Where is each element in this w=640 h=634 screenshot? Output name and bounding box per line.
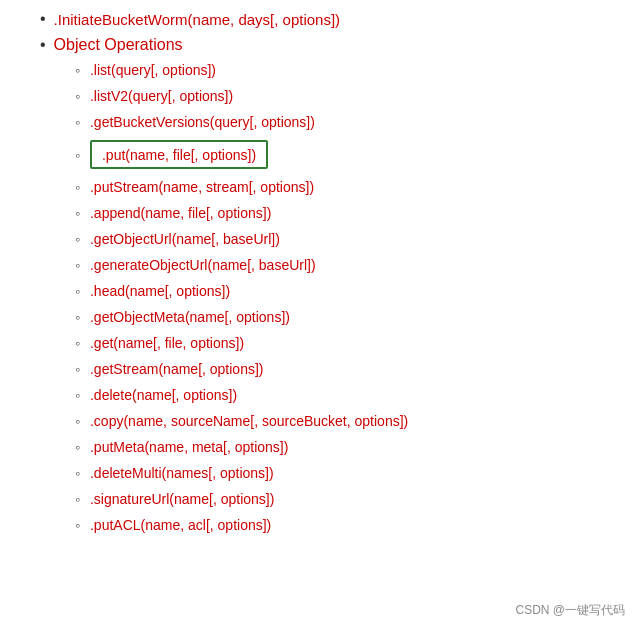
method-link[interactable]: .list(query[, options]) — [90, 62, 216, 78]
method-link[interactable]: .putStream(name, stream[, options]) — [90, 179, 314, 195]
methods-list: .list(query[, options]).listV2(query[, o… — [20, 62, 620, 533]
list-item: .generateObjectUrl(name[, baseUrl]) — [75, 257, 620, 273]
list-item: .getBucketVersions(query[, options]) — [75, 114, 620, 130]
list-item: .get(name[, file, options]) — [75, 335, 620, 351]
method-link[interactable]: .getStream(name[, options]) — [90, 361, 264, 377]
method-link[interactable]: .copy(name, sourceName[, sourceBucket, o… — [90, 413, 408, 429]
method-link[interactable]: .append(name, file[, options]) — [90, 205, 271, 221]
section-title: Object Operations — [54, 36, 183, 54]
list-item: .putMeta(name, meta[, options]) — [75, 439, 620, 455]
method-link[interactable]: .signatureUrl(name[, options]) — [90, 491, 274, 507]
list-item: .append(name, file[, options]) — [75, 205, 620, 221]
method-link[interactable]: .putACL(name, acl[, options]) — [90, 517, 271, 533]
method-link-highlighted[interactable]: .put(name, file[, options]) — [102, 147, 256, 163]
method-link[interactable]: .getBucketVersions(query[, options]) — [90, 114, 315, 130]
method-link[interactable]: .listV2(query[, options]) — [90, 88, 233, 104]
watermark: CSDN @一键写代码 — [515, 602, 625, 619]
list-item: .list(query[, options]) — [75, 62, 620, 78]
list-item: .head(name[, options]) — [75, 283, 620, 299]
list-item: .copy(name, sourceName[, sourceBucket, o… — [75, 413, 620, 429]
method-link[interactable]: .getObjectMeta(name[, options]) — [90, 309, 290, 325]
method-link[interactable]: .putMeta(name, meta[, options]) — [90, 439, 288, 455]
list-item: .getObjectMeta(name[, options]) — [75, 309, 620, 325]
method-link[interactable]: .get(name[, file, options]) — [90, 335, 244, 351]
top-item-text[interactable]: .InitiateBucketWorm(name, days[, options… — [54, 11, 341, 28]
list-item: .putStream(name, stream[, options]) — [75, 179, 620, 195]
method-link[interactable]: .head(name[, options]) — [90, 283, 230, 299]
list-item: .delete(name[, options]) — [75, 387, 620, 403]
list-item: .getStream(name[, options]) — [75, 361, 620, 377]
method-link[interactable]: .deleteMulti(names[, options]) — [90, 465, 274, 481]
list-item: .getObjectUrl(name[, baseUrl]) — [75, 231, 620, 247]
list-item: .deleteMulti(names[, options]) — [75, 465, 620, 481]
method-link[interactable]: .getObjectUrl(name[, baseUrl]) — [90, 231, 280, 247]
list-item: .signatureUrl(name[, options]) — [75, 491, 620, 507]
method-link[interactable]: .delete(name[, options]) — [90, 387, 237, 403]
list-item: .put(name, file[, options]) — [75, 140, 620, 169]
list-item: .putACL(name, acl[, options]) — [75, 517, 620, 533]
list-item: .listV2(query[, options]) — [75, 88, 620, 104]
section-header: Object Operations — [20, 36, 620, 54]
method-link[interactable]: .generateObjectUrl(name[, baseUrl]) — [90, 257, 316, 273]
top-item: .InitiateBucketWorm(name, days[, options… — [20, 10, 620, 28]
